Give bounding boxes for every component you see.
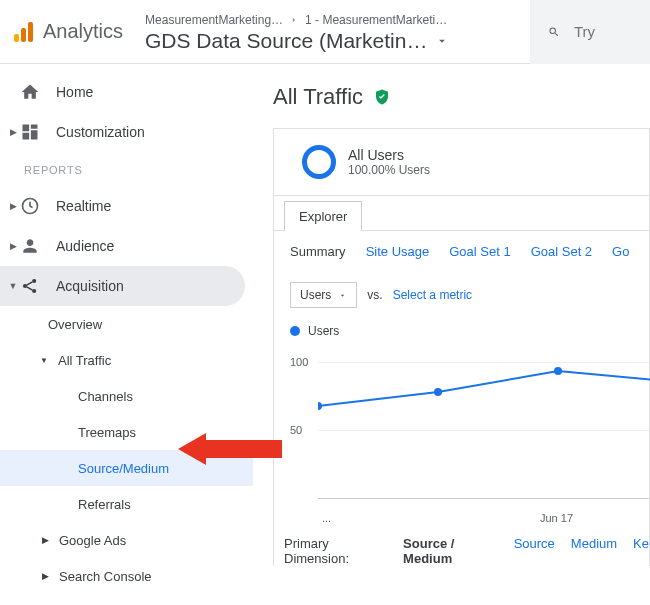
sidebar-item-customization[interactable]: ▶ Customization	[0, 112, 245, 152]
link-goal-set-1[interactable]: Goal Set 1	[449, 244, 510, 259]
dim-source[interactable]: Source	[514, 536, 555, 551]
vs-label: vs.	[367, 288, 382, 302]
caret-right-icon: ▶	[8, 127, 18, 137]
y-tick-50: 50	[290, 424, 302, 436]
sidebar-item-home[interactable]: Home	[0, 72, 245, 112]
segment-pct: 100.00% Users	[348, 163, 430, 177]
chart-line-path	[318, 344, 650, 504]
x-tick-start: ...	[322, 512, 331, 524]
report-title: All Traffic	[273, 84, 650, 110]
sidebar-label: Customization	[56, 124, 145, 140]
select-metric-link[interactable]: Select a metric	[393, 288, 472, 302]
svg-point-4	[318, 402, 322, 410]
link-goal-set-2[interactable]: Goal Set 2	[531, 244, 592, 259]
report-tabs: Summary Site Usage Goal Set 1 Goal Set 2…	[274, 230, 649, 272]
caret-right-icon: ▶	[8, 201, 18, 211]
dim-label: Primary Dimension:	[284, 536, 387, 566]
sidebar-item-acquisition[interactable]: ▼ Acquisition	[0, 266, 245, 306]
svg-point-5	[434, 388, 442, 396]
home-icon	[18, 82, 42, 102]
chevron-down-icon[interactable]	[435, 34, 449, 48]
dim-keyword[interactable]: Ke	[633, 536, 649, 551]
report-card: All Users 100.00% Users Explorer Summary…	[273, 128, 650, 566]
person-icon	[18, 236, 42, 256]
y-tick-100: 100	[290, 356, 308, 368]
search-input[interactable]	[574, 23, 634, 40]
svg-point-6	[554, 367, 562, 375]
sidebar-sub-all-traffic[interactable]: ▼All Traffic	[0, 342, 253, 378]
sidebar-sub-referrals[interactable]: Referrals	[0, 486, 253, 522]
search-icon	[548, 22, 560, 42]
segment-circle-icon	[302, 145, 336, 179]
verified-shield-icon	[373, 87, 391, 107]
segment-name: All Users	[348, 147, 430, 163]
breadcrumb-account: MeasurementMarketing…	[145, 13, 283, 27]
caret-right-icon: ▶	[8, 241, 18, 251]
link-site-usage[interactable]: Site Usage	[366, 244, 430, 259]
analytics-logo-icon	[14, 22, 33, 42]
legend-dot-icon	[290, 326, 300, 336]
caret-down-icon: ▼	[8, 281, 18, 291]
caret-down-icon: ▼	[40, 356, 48, 365]
sidebar-label: Realtime	[56, 198, 111, 214]
breadcrumb-property: 1 - MeasurementMarketi…	[305, 13, 447, 27]
main-content: All Traffic All Users 100.00% Users Expl…	[253, 64, 650, 605]
tab-explorer[interactable]: Explorer	[284, 201, 362, 231]
clock-icon	[18, 196, 42, 216]
dashboard-icon	[18, 122, 42, 142]
brand-name: Analytics	[43, 20, 123, 43]
dim-medium[interactable]: Medium	[571, 536, 617, 551]
metric-selector[interactable]: Users	[290, 282, 357, 308]
breadcrumb[interactable]: MeasurementMarketing… 1 - MeasurementMar…	[145, 11, 530, 53]
caret-right-icon: ▶	[42, 571, 49, 581]
x-tick-jun17: Jun 17	[540, 512, 573, 524]
segment-row[interactable]: All Users 100.00% Users	[274, 129, 649, 196]
sidebar: Home ▶ Customization REPORTS ▶ Realtime …	[0, 64, 253, 605]
dim-source-medium[interactable]: Source / Medium	[403, 536, 498, 566]
sidebar-label: Acquisition	[56, 278, 124, 294]
primary-dimension-row: Primary Dimension: Source / Medium Sourc…	[274, 524, 649, 566]
chart-legend: Users	[274, 324, 649, 344]
sidebar-sub-overview[interactable]: Overview	[0, 306, 253, 342]
sidebar-sub-google-ads[interactable]: ▶Google Ads	[0, 522, 253, 558]
sidebar-sub-channels[interactable]: Channels	[0, 378, 253, 414]
chevron-right-icon	[289, 15, 299, 25]
line-chart[interactable]: 100 50 ... Jun 17	[282, 344, 649, 524]
sidebar-item-audience[interactable]: ▶ Audience	[0, 226, 245, 266]
sidebar-label: Audience	[56, 238, 114, 254]
sidebar-label: Home	[56, 84, 93, 100]
chevron-down-icon	[338, 291, 347, 300]
sidebar-header-reports: REPORTS	[0, 152, 253, 186]
link-goal-more[interactable]: Go	[612, 244, 629, 259]
search-box[interactable]	[530, 0, 650, 64]
link-summary[interactable]: Summary	[290, 244, 346, 259]
topbar: Analytics MeasurementMarketing… 1 - Meas…	[0, 0, 650, 64]
sidebar-item-realtime[interactable]: ▶ Realtime	[0, 186, 245, 226]
caret-right-icon: ▶	[42, 535, 49, 545]
sidebar-sub-search-console[interactable]: ▶Search Console	[0, 558, 253, 594]
share-icon	[18, 276, 42, 296]
page-title: GDS Data Source (Marketin…	[145, 29, 427, 53]
